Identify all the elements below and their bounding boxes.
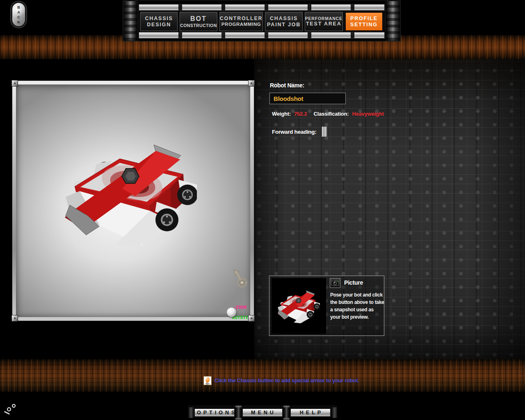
tab-performance-test-area[interactable]: PERFORMANCE TEST AREA (305, 12, 343, 31)
top-nav-bar: CHASSIS DESIGN BOT CONSTRUCTION CONTROLL… (123, 1, 400, 41)
tab-label: SETTING (346, 22, 382, 28)
back-button-letter: C (17, 15, 20, 20)
picture-panel-title: Picture (344, 279, 363, 286)
take-snapshot-button[interactable] (330, 278, 340, 288)
tab-bot-construction[interactable]: BOT CONSTRUCTION (180, 12, 217, 31)
forward-heading-row: Forward heading: (272, 126, 327, 137)
tab-label: BOT (180, 15, 217, 23)
bottom-bar-cap (331, 407, 337, 418)
bottom-bar-cap (188, 407, 194, 418)
tab-chassis-paint-job[interactable]: CHASSIS PAINT JOB (265, 12, 302, 31)
tab-label: PROGRAMMING (220, 22, 263, 27)
tab-label: CONSTRUCTION (180, 23, 217, 28)
tab-controller-programming[interactable]: CONTROLLER PROGRAMMING (219, 12, 263, 31)
options-button[interactable]: OPTIONS (194, 408, 235, 417)
tab-label: CHASSIS (141, 16, 177, 22)
robot-3d-view[interactable]: ┌ZOOM -ROTATE (16, 84, 250, 317)
frame-corner (11, 80, 18, 87)
robot-snapshot-image (276, 289, 320, 324)
robot-name-label: Robot Name: (270, 82, 304, 89)
tab-label: PROFILE (346, 16, 382, 22)
robot-name-input[interactable] (269, 93, 346, 104)
background-band-bottom (0, 359, 525, 392)
tip-text: Click the Chassis button to add special … (215, 377, 359, 383)
tab-profile-setting[interactable]: PROFILE SETTING (345, 12, 383, 31)
robot-snapshot-preview (272, 278, 326, 334)
forward-heading-label: Forward heading: (272, 129, 316, 135)
back-button-letter: K (17, 20, 20, 25)
tip-row: tips Click the Chassis button to add spe… (203, 376, 359, 385)
decorative-needle (4, 411, 10, 415)
picture-panel-description: Pose your bot and click the button above… (330, 291, 384, 321)
weight-value: 752.2 (294, 111, 307, 117)
gear-cursor-icon (233, 269, 249, 289)
weight-label: Weight: (272, 111, 291, 117)
nav-rail-end-cap-right (386, 1, 400, 41)
frame-corner (248, 80, 255, 87)
nav-rail-top-strip (139, 4, 385, 11)
frame-corner (248, 315, 255, 322)
picture-panel: Picture Pose your bot and click the butt… (269, 276, 384, 336)
tab-label: DESIGN (141, 22, 177, 28)
tab-label: PAINT JOB (265, 22, 302, 28)
tab-label: CONTROLLER (220, 16, 263, 22)
tab-label: TEST AREA (305, 21, 342, 27)
classification-label: Classification: (314, 111, 349, 117)
robot-model (62, 139, 197, 250)
bottom-button-bar: OPTIONS MENU HELP (188, 405, 337, 420)
menu-button[interactable]: MENU (242, 408, 283, 417)
robot-viewport-frame: ┌ZOOM -ROTATE (12, 81, 254, 321)
back-button-letter: B (17, 5, 20, 10)
bottom-bar-connector (283, 406, 290, 420)
trackball[interactable] (227, 308, 236, 317)
tips-icon-label: tips (204, 382, 211, 385)
bottom-bar-connector (235, 406, 242, 420)
nav-tabs-row: CHASSIS DESIGN BOT CONSTRUCTION CONTROLL… (140, 12, 383, 31)
tab-label: CHASSIS (265, 16, 302, 22)
forward-heading-dial[interactable] (322, 126, 327, 137)
frame-corner (11, 315, 18, 322)
classification-value: Heavyweight (352, 111, 383, 117)
nav-rail-end-cap-left (123, 1, 138, 41)
help-button[interactable]: HELP (290, 408, 331, 417)
robot-stats-row: Weight: 752.2 Classification: Heavyweigh… (272, 111, 384, 117)
decorative-ring (12, 404, 16, 408)
tips-icon: tips (203, 376, 212, 385)
nav-rail-bottom-strip (139, 32, 385, 39)
tab-label: PERFORMANCE (305, 16, 342, 21)
decorative-ring (7, 407, 11, 411)
back-button-letter: A (17, 10, 20, 15)
camera-icon (331, 280, 339, 286)
tab-chassis-design[interactable]: CHASSIS DESIGN (140, 12, 178, 31)
back-button[interactable]: B A C K (11, 2, 26, 27)
